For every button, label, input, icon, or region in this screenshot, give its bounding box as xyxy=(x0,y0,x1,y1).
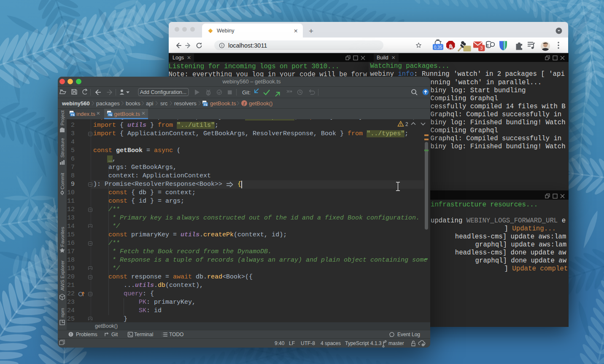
svg-text:Event Log: Event Log xyxy=(397,332,420,337)
svg-text:LF: LF xyxy=(289,340,295,346)
svg-text:Project: Project xyxy=(60,110,65,126)
svg-text:0.35: 0.35 xyxy=(434,45,442,49)
svg-text:master: master xyxy=(388,340,404,346)
svg-text:Problems: Problems xyxy=(76,332,97,337)
svg-text:Git:: Git: xyxy=(242,89,251,96)
svg-text:npm: npm xyxy=(60,308,65,317)
svg-text:webiny560: webiny560 xyxy=(62,100,90,107)
svg-text:Add Configuration...: Add Configuration... xyxy=(140,89,187,95)
svg-text:Git: Git xyxy=(111,332,118,337)
svg-text:2: 2 xyxy=(405,121,408,127)
svg-text:4 spaces: 4 spaces xyxy=(321,340,341,346)
svg-text:TS: TS xyxy=(71,113,75,116)
svg-text:Favorites: Favorites xyxy=(60,227,65,247)
svg-text:9:40: 9:40 xyxy=(275,340,285,346)
svg-text:Commit: Commit xyxy=(60,172,65,189)
svg-text:getBook(): getBook() xyxy=(249,100,272,107)
svg-text:TypeScript 4.1.3: TypeScript 4.1.3 xyxy=(345,340,382,346)
svg-text:AWS Explorer: AWS Explorer xyxy=(60,260,65,291)
svg-text:TS: TS xyxy=(108,113,112,116)
svg-text:src: src xyxy=(160,100,168,107)
svg-text:Terminal: Terminal xyxy=(134,332,153,337)
svg-text:Structure: Structure xyxy=(60,138,65,158)
svg-text:resolvers: resolvers xyxy=(174,100,197,107)
svg-text:UTF-8: UTF-8 xyxy=(301,340,315,346)
svg-text:TS: TS xyxy=(204,103,208,106)
svg-text:3: 3 xyxy=(480,46,483,51)
svg-text:TODO: TODO xyxy=(169,332,183,337)
svg-text:getBook.ts: getBook.ts xyxy=(210,100,236,107)
svg-text:api: api xyxy=(146,100,153,107)
svg-text:books: books xyxy=(126,100,140,107)
svg-text:packages: packages xyxy=(96,100,120,107)
